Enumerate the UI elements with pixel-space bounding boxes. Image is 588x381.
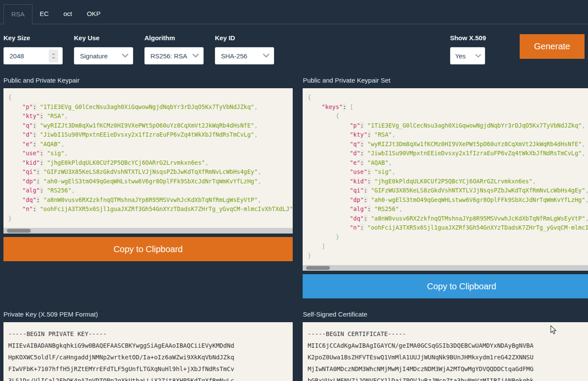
show-x509-label: Show X.509 (450, 34, 486, 42)
algorithm-select[interactable]: RS256: RSA (144, 47, 204, 64)
panel-keypair: Public and Private Keypair { "p": "1TiE3… (3, 77, 293, 261)
key-size-label: Key Size (3, 34, 63, 42)
panel-title: Self-Signed Certificate (303, 311, 588, 318)
panel-title: Private Key (X.509 PEM Format) (3, 311, 293, 318)
chevron-down-icon (192, 54, 199, 58)
pem-output-certificate: -----BEGIN CERTIFICATE-----MIIC6jCCAdKgA… (303, 322, 588, 381)
panel-title: Public and Private Keypair Set (303, 77, 588, 84)
key-use-value: Signature (80, 52, 108, 60)
pem-output-private-key: -----BEGIN PRIVATE KEY-----MIIEvAIBADANB… (3, 322, 293, 381)
key-use-select[interactable]: Signature (74, 47, 133, 64)
code-block: { "keys": [ { "p": "1TiE3EVg_G0lCecNsu3a… (303, 88, 588, 265)
json-output-keypair: { "p": "1TiE3EVg_G0lCecNsu3agh0XiGqwowNg… (3, 88, 293, 234)
stepper-down-icon (52, 57, 55, 59)
code-block: -----BEGIN PRIVATE KEY-----MIIEvAIBADANB… (3, 322, 293, 381)
key-size-group: Key Size 2048 (3, 34, 63, 64)
stepper-up-icon (52, 53, 55, 55)
algorithm-group: Algorithm RS256: RSA (144, 34, 204, 64)
key-id-value: SHA-256 (221, 52, 247, 60)
key-size-input[interactable]: 2048 (3, 47, 63, 64)
generate-button[interactable]: Generate (520, 34, 585, 59)
key-size-value: 2048 (10, 52, 24, 60)
scrollbar-thumb[interactable] (7, 229, 31, 233)
key-use-group: Key Use Signature (74, 34, 133, 64)
key-use-label: Key Use (74, 34, 133, 42)
horizontal-scrollbar[interactable] (303, 265, 588, 271)
copy-to-clipboard-button[interactable]: Copy to Clipboard (303, 274, 588, 298)
panel-title: Public and Private Keypair (3, 77, 293, 84)
show-x509-group: Show X.509 Yes (450, 34, 486, 64)
panel-keypair-set: Public and Private Keypair Set { "keys":… (303, 77, 588, 298)
scrollbar-thumb[interactable] (306, 266, 330, 270)
panel-self-signed-cert: Self-Signed Certificate -----BEGIN CERTI… (303, 311, 588, 381)
code-block: -----BEGIN CERTIFICATE-----MIIC6jCCAdKgA… (303, 322, 588, 381)
key-type-tabs: RSA EC oct OKP (0, 0, 588, 24)
tab-ec[interactable]: EC (32, 4, 56, 24)
show-x509-value: Yes (455, 52, 466, 60)
number-stepper[interactable] (49, 50, 58, 62)
generator-form: Key Size 2048 Key Use Signature Algorith… (0, 24, 588, 64)
tab-okp[interactable]: OKP (80, 4, 108, 24)
output-panels: Public and Private Keypair { "p": "1TiE3… (0, 64, 588, 381)
chevron-down-icon (263, 54, 269, 58)
chevron-down-icon (122, 54, 128, 58)
panel-private-key-pem: Private Key (X.509 PEM Format) -----BEGI… (3, 311, 293, 381)
code-block: { "p": "1TiE3EVg_G0lCecNsu3agh0XiGqwowNg… (3, 88, 293, 228)
algorithm-value: RS256: RSA (150, 52, 187, 60)
tab-oct[interactable]: oct (56, 4, 80, 24)
key-id-group: Key ID SHA-256 (215, 34, 274, 64)
tab-rsa[interactable]: RSA (3, 4, 32, 24)
chevron-down-icon (475, 54, 481, 58)
key-id-select[interactable]: SHA-256 (215, 47, 274, 64)
show-x509-select[interactable]: Yes (450, 47, 485, 64)
copy-to-clipboard-button[interactable]: Copy to Clipboard (3, 237, 293, 261)
key-id-label: Key ID (215, 34, 274, 42)
horizontal-scrollbar[interactable] (3, 228, 293, 234)
algorithm-label: Algorithm (144, 34, 204, 42)
json-output-keypair-set: { "keys": [ { "p": "1TiE3EVg_G0lCecNsu3a… (303, 88, 588, 271)
